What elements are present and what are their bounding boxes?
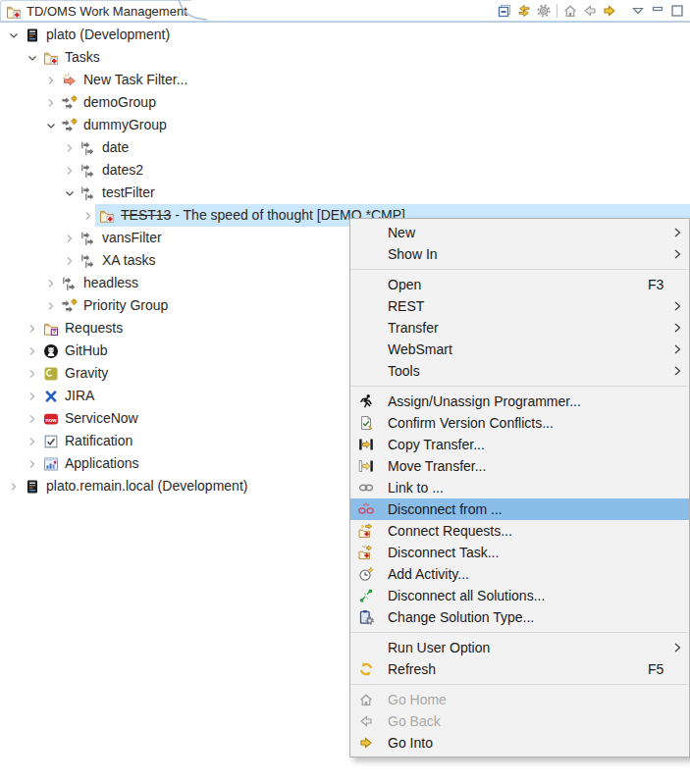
menu-item-disconnect-task[interactable]: Disconnect Task... [350, 542, 689, 563]
svg-text:now: now [45, 416, 57, 422]
menu-item-connect-requests[interactable]: Connect Requests... [350, 520, 689, 542]
toolbar-button-maximize[interactable] [667, 1, 687, 21]
menu-item-move-transfer[interactable]: Move Transfer... [350, 455, 689, 477]
submenu-arrow-placeholder [673, 461, 681, 471]
chevron-right-icon[interactable] [25, 411, 40, 427]
chevron-right-icon[interactable] [25, 321, 40, 337]
toolbar-button-settings[interactable] [534, 1, 554, 21]
menu-item-label: Assign/Unassign Programmer... [388, 393, 648, 409]
menu-item-transfer[interactable]: Transfer [350, 317, 689, 339]
chevron-right-icon[interactable] [62, 140, 78, 156]
server-icon [25, 27, 40, 43]
menu-item-open[interactable]: OpenF3 [350, 274, 689, 295]
submenu-arrow-placeholder [673, 548, 681, 557]
chevron-down-icon[interactable] [25, 50, 40, 66]
toolbar-button-view-menu[interactable] [628, 1, 648, 21]
menu-shortcut: F3 [648, 277, 673, 292]
gravity-icon [43, 366, 59, 382]
tree-item-dates2[interactable]: dates2 [0, 159, 690, 182]
move-transfer-icon [357, 458, 374, 474]
toolbar-button-link-with-editor[interactable] [514, 1, 534, 21]
tree-item-label: plato (Development) [46, 24, 170, 46]
tree-item-label: GitHub [65, 340, 108, 362]
menu-item-assign-unassign-programmer[interactable]: Assign/Unassign Programmer... [350, 391, 689, 412]
tree-item-label: vansFilter [102, 227, 162, 249]
menu-item-label: Tools [388, 363, 648, 379]
menu-item-tools[interactable]: Tools [350, 360, 689, 382]
toolbar-button-go-forward[interactable] [600, 1, 619, 21]
chevron-right-icon[interactable] [25, 343, 40, 359]
menu-item-new[interactable]: New [350, 222, 689, 243]
tree-item-label: demoGroup [83, 91, 156, 114]
chevron-down-icon[interactable] [43, 118, 59, 133]
chevron-right-icon[interactable] [25, 456, 40, 472]
menu-item-label: New [388, 225, 648, 240]
menu-separator [351, 632, 688, 633]
submenu-arrow-placeholder [673, 504, 681, 514]
submenu-arrow-placeholder [673, 569, 681, 579]
view-tab[interactable]: TD/OMS Work Management [0, 0, 191, 22]
submenu-arrow-placeholder [673, 716, 681, 726]
tree-item-tasks[interactable]: Tasks [0, 46, 690, 69]
menu-item-change-solution-type[interactable]: Change Solution Type... [350, 606, 689, 628]
tree-item-new-task-filter[interactable]: New Task Filter... [0, 69, 690, 91]
menu-item-label: Show In [388, 246, 648, 262]
menu-item-refresh[interactable]: RefreshF5 [350, 658, 689, 680]
tree-item-testfilter[interactable]: testFilter [0, 182, 690, 204]
toolbar-button-go-back[interactable] [580, 1, 600, 21]
chevron-right-icon[interactable] [43, 298, 59, 314]
toolbar-button-collapse-all[interactable] [495, 1, 514, 21]
menu-item-disconnect-from[interactable]: Disconnect from ... [350, 498, 689, 520]
menu-item-disconnect-all-solutions[interactable]: Disconnect all Solutions... [350, 585, 689, 606]
menu-item-label: Change Solution Type... [388, 609, 648, 625]
tree-item-label: Tasks [65, 46, 100, 69]
menu-item-rest[interactable]: REST [350, 295, 689, 317]
menu-item-copy-transfer[interactable]: Copy Transfer... [350, 434, 689, 455]
menu-item-go-into[interactable]: Go Into [350, 732, 689, 754]
submenu-arrow-icon [673, 228, 681, 237]
disconnect-task-icon [357, 545, 374, 560]
home-icon [562, 3, 578, 19]
tree-item-plato-development[interactable]: plato (Development) [0, 24, 690, 46]
chevron-down-icon[interactable] [62, 185, 78, 201]
chevron-right-icon[interactable] [43, 73, 59, 88]
menu-item-show-in[interactable]: Show In [350, 243, 689, 265]
menu-icon-placeholder [357, 277, 374, 292]
toolbar-button-minimize[interactable] [648, 1, 667, 21]
menu-item-label: Connect Requests... [388, 523, 648, 539]
chevron-right-icon[interactable] [62, 231, 78, 246]
menu-item-run-user-option[interactable]: Run User Option [350, 637, 689, 658]
menu-item-confirm-version-conflicts[interactable]: Confirm Version Conflicts... [350, 412, 689, 434]
solution-type-gear-icon [357, 609, 374, 625]
menu-item-label: Link to ... [388, 480, 648, 496]
disconnect-solutions-icon [357, 588, 374, 603]
chevron-right-icon[interactable] [62, 253, 78, 269]
task-group-icon [62, 95, 78, 111]
submenu-arrow-placeholder [673, 526, 681, 536]
chevron-right-icon[interactable] [62, 163, 78, 179]
submenu-arrow-icon [673, 366, 681, 376]
chevron-right-icon[interactable] [43, 95, 59, 111]
menu-item-websmart[interactable]: WebSmart [350, 339, 689, 360]
chevron-right-icon[interactable] [25, 389, 40, 404]
tree-item-label: date [102, 136, 129, 159]
chevron-right-icon[interactable] [6, 479, 22, 495]
submenu-arrow-placeholder [673, 440, 681, 449]
menu-item-add-activity[interactable]: Add Activity... [350, 563, 689, 585]
tree-item-demogroup[interactable]: demoGroup [0, 91, 690, 114]
toolbar-button-go-home[interactable] [560, 1, 580, 21]
chevron-down-icon[interactable] [6, 27, 22, 43]
submenu-arrow-placeholder [673, 396, 681, 406]
chevron-right-icon[interactable] [25, 366, 40, 382]
menu-icon-placeholder [357, 363, 374, 379]
tree-item-label: Applications [65, 452, 139, 475]
chevron-right-icon[interactable] [43, 276, 59, 291]
tree-item-label: JIRA [65, 385, 94, 407]
task-group-icon [62, 118, 78, 133]
request-folder-icon: ? [43, 321, 59, 337]
tree-item-dummygroup[interactable]: dummyGroup [0, 114, 690, 136]
tree-item-date[interactable]: date [0, 136, 690, 159]
chevron-right-icon[interactable] [25, 434, 40, 449]
chevron-right-icon[interactable] [80, 208, 96, 224]
menu-item-link-to[interactable]: Link to ... [350, 477, 689, 498]
